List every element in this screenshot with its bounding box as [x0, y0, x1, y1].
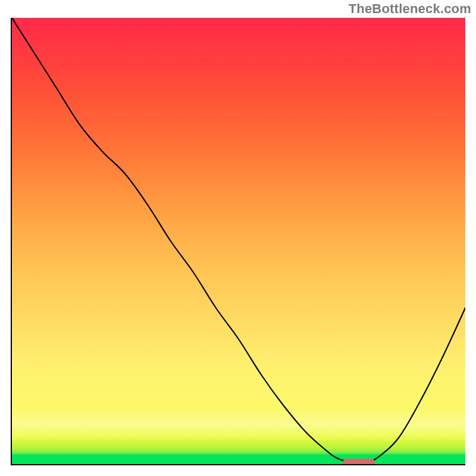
bottleneck-curve [12, 18, 465, 464]
curve-path [12, 18, 465, 462]
optimal-marker [343, 459, 374, 465]
plot-area [11, 18, 465, 465]
watermark-text: TheBottleneck.com [349, 1, 471, 17]
bottleneck-chart: TheBottleneck.com [0, 0, 476, 476]
